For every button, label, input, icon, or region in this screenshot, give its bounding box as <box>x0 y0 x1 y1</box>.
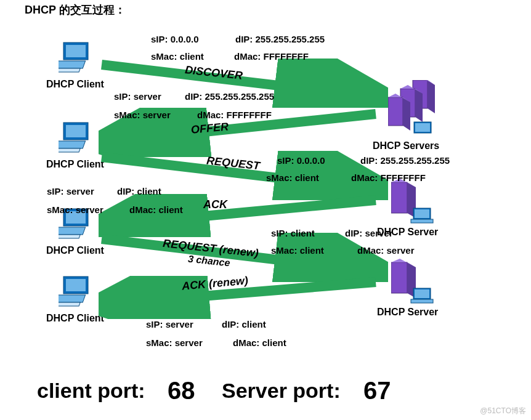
offer-dmac: dMac: FFFFFFFF <box>197 110 272 120</box>
svg-rect-13 <box>66 279 86 291</box>
client-label-1: DHCP Client <box>46 79 104 90</box>
renew-ack-dip: dIP: client <box>222 319 266 329</box>
server-icon-2 <box>391 259 434 308</box>
request-dip: dIP: 255.255.255.255 <box>360 155 450 166</box>
request-sip: sIP: 0.0.0.0 <box>277 155 325 166</box>
renew-ack-sip: sIP: server <box>146 319 193 329</box>
renew-req-dip: dIP: server <box>345 228 393 238</box>
client-computer-icon-1 <box>59 40 95 77</box>
svg-rect-6 <box>59 141 86 148</box>
offer-smac: sMac: server <box>114 110 171 120</box>
renew-ack-smac: sMac: server <box>146 337 203 348</box>
request-smac: sMac: client <box>266 172 319 183</box>
discover-smac: sMac: client <box>151 51 204 62</box>
watermark: @51CTO博客 <box>480 406 526 416</box>
svg-rect-10 <box>59 227 86 235</box>
offer-sip: sIP: server <box>114 91 161 102</box>
renew-ack-dmac: dMac: client <box>233 337 286 348</box>
svg-rect-11 <box>59 235 80 238</box>
diagram-title: DHCP 的交互过程： <box>25 2 126 17</box>
client-computer-icon-2 <box>59 120 95 157</box>
renew-req-smac: sMac: client <box>271 245 324 256</box>
ack-msg: ACK <box>203 198 227 211</box>
svg-rect-37 <box>415 289 429 298</box>
client-label-4: DHCP Client <box>46 313 104 324</box>
svg-rect-3 <box>59 68 80 72</box>
svg-rect-5 <box>66 125 86 137</box>
svg-rect-33 <box>391 262 407 293</box>
server-icon-1 <box>391 179 434 228</box>
discover-sip: sIP: 0.0.0.0 <box>151 34 199 44</box>
svg-rect-26 <box>415 123 430 132</box>
server-port-label: Server port: <box>222 379 341 403</box>
svg-rect-15 <box>59 302 80 306</box>
svg-rect-32 <box>411 219 433 223</box>
ack-sip: sIP: server <box>47 186 94 196</box>
offer-dip: dIP: 255.255.255.255 <box>185 91 274 102</box>
svg-rect-31 <box>415 209 429 218</box>
svg-rect-22 <box>388 97 403 126</box>
discover-dmac: dMac: FFFFFFFF <box>234 51 309 62</box>
ack-smac: sMac: server <box>47 204 103 215</box>
ack-dip: dIP: client <box>117 186 161 196</box>
renew-req-dmac: dMac: server <box>357 245 415 256</box>
svg-rect-7 <box>59 148 80 152</box>
svg-rect-27 <box>391 182 407 213</box>
svg-rect-38 <box>411 299 433 303</box>
client-label-3: DHCP Client <box>46 245 104 256</box>
ack-dmac: dMac: client <box>129 204 183 215</box>
svg-marker-20 <box>415 89 423 122</box>
discover-dip: dIP: 255.255.255.255 <box>235 34 325 44</box>
client-computer-icon-4 <box>59 274 95 311</box>
server-cluster-icon <box>388 80 444 139</box>
svg-rect-1 <box>66 45 86 57</box>
request-dmac: dMac: FFFFFFFF <box>351 172 426 183</box>
client-port-value: 68 <box>168 377 195 405</box>
svg-rect-2 <box>59 61 86 68</box>
svg-marker-17 <box>428 80 435 113</box>
client-port-label: client port: <box>37 379 145 403</box>
svg-marker-23 <box>403 97 410 131</box>
svg-rect-14 <box>59 295 86 302</box>
renew-req-sip: sIP: client <box>271 228 315 238</box>
client-label-2: DHCP Client <box>46 159 104 170</box>
server-port-value: 67 <box>363 377 391 405</box>
